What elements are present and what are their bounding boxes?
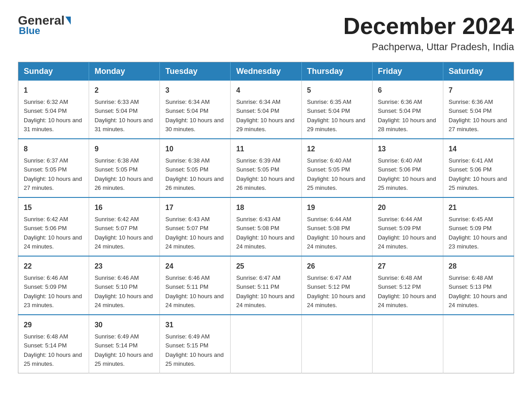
calendar-week-row: 22Sunrise: 6:46 AMSunset: 5:09 PMDayligh… (18, 256, 514, 315)
day-info: Sunrise: 6:36 AMSunset: 5:04 PMDaylight:… (378, 98, 436, 133)
day-number: 25 (236, 261, 296, 272)
day-info: Sunrise: 6:46 AMSunset: 5:10 PMDaylight:… (94, 274, 153, 308)
day-info: Sunrise: 6:38 AMSunset: 5:05 PMDaylight:… (165, 157, 223, 191)
day-info: Sunrise: 6:32 AMSunset: 5:04 PMDaylight:… (24, 98, 82, 133)
day-number: 29 (24, 320, 83, 330)
day-number: 6 (378, 85, 438, 96)
col-thursday: Thursday (301, 62, 372, 81)
day-number: 22 (24, 261, 83, 272)
day-info: Sunrise: 6:38 AMSunset: 5:05 PMDaylight:… (94, 157, 153, 191)
day-info: Sunrise: 6:48 AMSunset: 5:13 PMDaylight:… (449, 274, 507, 308)
day-number: 11 (236, 144, 296, 154)
day-number: 27 (378, 261, 438, 272)
day-info: Sunrise: 6:49 AMSunset: 5:15 PMDaylight:… (165, 333, 223, 367)
day-number: 30 (94, 320, 154, 330)
day-info: Sunrise: 6:46 AMSunset: 5:09 PMDaylight:… (24, 274, 82, 308)
day-info: Sunrise: 6:36 AMSunset: 5:04 PMDaylight:… (449, 98, 507, 133)
month-title: December 2024 (343, 13, 514, 39)
table-row: 21Sunrise: 6:45 AMSunset: 5:09 PMDayligh… (443, 197, 514, 256)
col-sunday: Sunday (18, 62, 89, 81)
day-info: Sunrise: 6:49 AMSunset: 5:14 PMDaylight:… (94, 333, 153, 367)
table-row: 18Sunrise: 6:43 AMSunset: 5:08 PMDayligh… (231, 197, 301, 256)
table-row: 30Sunrise: 6:49 AMSunset: 5:14 PMDayligh… (89, 315, 160, 373)
day-number: 9 (94, 144, 154, 154)
logo-blue-text: Blue (19, 25, 40, 37)
day-number: 31 (165, 320, 225, 330)
col-saturday: Saturday (443, 62, 514, 81)
day-number: 2 (94, 85, 154, 96)
day-info: Sunrise: 6:48 AMSunset: 5:14 PMDaylight:… (24, 333, 82, 367)
day-number: 23 (94, 261, 154, 272)
day-info: Sunrise: 6:46 AMSunset: 5:11 PMDaylight:… (165, 274, 223, 308)
table-row: 22Sunrise: 6:46 AMSunset: 5:09 PMDayligh… (18, 256, 89, 315)
table-row: 29Sunrise: 6:48 AMSunset: 5:14 PMDayligh… (18, 315, 89, 373)
day-number: 3 (165, 85, 225, 96)
day-number: 13 (378, 144, 438, 154)
table-row (443, 315, 514, 373)
table-row: 24Sunrise: 6:46 AMSunset: 5:11 PMDayligh… (160, 256, 231, 315)
table-row: 19Sunrise: 6:44 AMSunset: 5:08 PMDayligh… (301, 197, 372, 256)
day-number: 8 (24, 144, 83, 154)
table-row: 1Sunrise: 6:32 AMSunset: 5:04 PMDaylight… (18, 81, 89, 139)
table-row: 10Sunrise: 6:38 AMSunset: 5:05 PMDayligh… (160, 139, 231, 197)
day-number: 1 (24, 85, 83, 96)
location-title: Pachperwa, Uttar Pradesh, India (343, 41, 514, 53)
table-row: 28Sunrise: 6:48 AMSunset: 5:13 PMDayligh… (443, 256, 514, 315)
day-info: Sunrise: 6:35 AMSunset: 5:04 PMDaylight:… (307, 98, 365, 133)
logo-arrow-icon (65, 17, 71, 25)
col-wednesday: Wednesday (231, 62, 301, 81)
day-number: 28 (449, 261, 508, 272)
col-monday: Monday (89, 62, 160, 81)
table-row (231, 315, 301, 373)
table-row: 31Sunrise: 6:49 AMSunset: 5:15 PMDayligh… (160, 315, 231, 373)
day-info: Sunrise: 6:47 AMSunset: 5:11 PMDaylight:… (236, 274, 294, 308)
day-info: Sunrise: 6:33 AMSunset: 5:04 PMDaylight:… (94, 98, 153, 133)
calendar-table: Sunday Monday Tuesday Wednesday Thursday… (18, 62, 514, 373)
day-number: 16 (94, 202, 154, 213)
logo: General Blue (18, 13, 72, 37)
table-row: 5Sunrise: 6:35 AMSunset: 5:04 PMDaylight… (301, 81, 372, 139)
table-row: 13Sunrise: 6:40 AMSunset: 5:06 PMDayligh… (372, 139, 443, 197)
day-number: 10 (165, 144, 225, 154)
table-row (372, 315, 443, 373)
table-row: 16Sunrise: 6:42 AMSunset: 5:07 PMDayligh… (89, 197, 160, 256)
day-number: 24 (165, 261, 225, 272)
day-info: Sunrise: 6:34 AMSunset: 5:04 PMDaylight:… (236, 98, 294, 133)
day-number: 7 (449, 85, 508, 96)
table-row: 2Sunrise: 6:33 AMSunset: 5:04 PMDaylight… (89, 81, 160, 139)
col-tuesday: Tuesday (160, 62, 231, 81)
page-header: General Blue December 2024 Pachperwa, Ut… (18, 13, 514, 53)
day-number: 20 (378, 202, 438, 213)
day-info: Sunrise: 6:44 AMSunset: 5:09 PMDaylight:… (378, 216, 436, 250)
day-number: 4 (236, 85, 296, 96)
day-number: 5 (307, 85, 367, 96)
table-row: 26Sunrise: 6:47 AMSunset: 5:12 PMDayligh… (301, 256, 372, 315)
day-number: 14 (449, 144, 508, 154)
table-row: 6Sunrise: 6:36 AMSunset: 5:04 PMDaylight… (372, 81, 443, 139)
day-number: 19 (307, 202, 367, 213)
day-info: Sunrise: 6:40 AMSunset: 5:05 PMDaylight:… (307, 157, 365, 191)
day-info: Sunrise: 6:44 AMSunset: 5:08 PMDaylight:… (307, 216, 365, 250)
day-number: 17 (165, 202, 225, 213)
calendar-week-row: 8Sunrise: 6:37 AMSunset: 5:05 PMDaylight… (18, 139, 514, 197)
day-info: Sunrise: 6:45 AMSunset: 5:09 PMDaylight:… (449, 216, 507, 250)
day-number: 15 (24, 202, 83, 213)
table-row: 17Sunrise: 6:43 AMSunset: 5:07 PMDayligh… (160, 197, 231, 256)
day-info: Sunrise: 6:43 AMSunset: 5:08 PMDaylight:… (236, 216, 294, 250)
day-info: Sunrise: 6:47 AMSunset: 5:12 PMDaylight:… (307, 274, 365, 308)
table-row: 27Sunrise: 6:48 AMSunset: 5:12 PMDayligh… (372, 256, 443, 315)
col-friday: Friday (372, 62, 443, 81)
day-number: 12 (307, 144, 367, 154)
table-row: 8Sunrise: 6:37 AMSunset: 5:05 PMDaylight… (18, 139, 89, 197)
table-row: 23Sunrise: 6:46 AMSunset: 5:10 PMDayligh… (89, 256, 160, 315)
table-row (301, 315, 372, 373)
table-row: 12Sunrise: 6:40 AMSunset: 5:05 PMDayligh… (301, 139, 372, 197)
day-info: Sunrise: 6:39 AMSunset: 5:05 PMDaylight:… (236, 157, 294, 191)
day-info: Sunrise: 6:34 AMSunset: 5:04 PMDaylight:… (165, 98, 223, 133)
day-info: Sunrise: 6:48 AMSunset: 5:12 PMDaylight:… (378, 274, 436, 308)
day-number: 18 (236, 202, 296, 213)
day-info: Sunrise: 6:43 AMSunset: 5:07 PMDaylight:… (165, 216, 223, 250)
table-row: 25Sunrise: 6:47 AMSunset: 5:11 PMDayligh… (231, 256, 301, 315)
table-row: 11Sunrise: 6:39 AMSunset: 5:05 PMDayligh… (231, 139, 301, 197)
table-row: 15Sunrise: 6:42 AMSunset: 5:06 PMDayligh… (18, 197, 89, 256)
